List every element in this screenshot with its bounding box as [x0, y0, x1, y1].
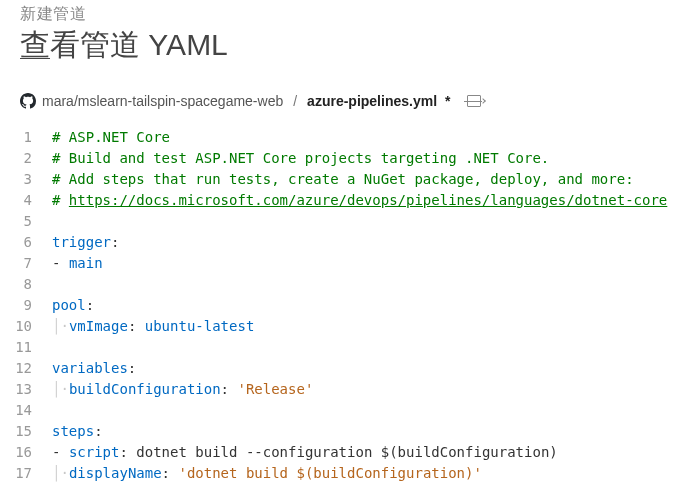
comment-text: #	[52, 192, 69, 208]
page-title-rest: 看管道 YAML	[50, 28, 228, 61]
code-line: 12variables:	[0, 358, 696, 379]
yaml-key: vmImage	[69, 318, 128, 334]
code-line: 3# Add steps that run tests, create a Nu…	[0, 169, 696, 190]
line-number: 3	[0, 169, 48, 190]
page-title: 查看管道 YAML	[20, 25, 676, 66]
line-number: 8	[0, 274, 48, 295]
code-line: 11	[0, 337, 696, 358]
code-editor[interactable]: 1# ASP.NET Core 2# Build and test ASP.NE…	[0, 127, 696, 484]
breadcrumb-separator: /	[289, 93, 301, 109]
code-line: 13│·buildConfiguration: 'Release'	[0, 379, 696, 400]
yaml-key: pool	[52, 297, 86, 313]
code-line: 2# Build and test ASP.NET Core projects …	[0, 148, 696, 169]
line-number: 12	[0, 358, 48, 379]
page-header: 查看管道 YAML	[0, 25, 696, 77]
code-line: 9pool:	[0, 295, 696, 316]
code-line: 8	[0, 274, 696, 295]
line-number: 5	[0, 211, 48, 232]
code-line: 6trigger:	[0, 232, 696, 253]
line-number: 2	[0, 148, 48, 169]
breadcrumb-repo[interactable]: mara/mslearn-tailspin-spacegame-web	[42, 93, 283, 109]
breadcrumb: mara/mslearn-tailspin-spacegame-web / az…	[0, 77, 696, 127]
yaml-value: main	[69, 255, 103, 271]
comment-text: # Add steps that run tests, create a NuG…	[52, 171, 634, 187]
yaml-key: buildConfiguration	[69, 381, 221, 397]
comment-text: # Build and test ASP.NET Core projects t…	[52, 150, 549, 166]
context-label: 新建管道	[0, 0, 696, 25]
code-line: 17│·displayName: 'dotnet build $(buildCo…	[0, 463, 696, 484]
code-line: 4# https://docs.microsoft.com/azure/devo…	[0, 190, 696, 211]
yaml-key: script	[69, 444, 120, 460]
yaml-key: trigger	[52, 234, 111, 250]
code-line: 14	[0, 400, 696, 421]
line-number: 6	[0, 232, 48, 253]
yaml-key: displayName	[69, 465, 162, 481]
yaml-key: variables	[52, 360, 128, 376]
line-number: 14	[0, 400, 48, 421]
code-line: 15steps:	[0, 421, 696, 442]
github-icon	[20, 93, 36, 109]
line-number: 1	[0, 127, 48, 148]
code-line: 16- script: dotnet build --configuration…	[0, 442, 696, 463]
line-number: 17	[0, 463, 48, 484]
line-number: 10	[0, 316, 48, 337]
code-line: 5	[0, 211, 696, 232]
line-number: 16	[0, 442, 48, 463]
yaml-string: 'dotnet build $(buildConfiguration)'	[178, 465, 481, 481]
code-line: 1# ASP.NET Core	[0, 127, 696, 148]
line-number: 15	[0, 421, 48, 442]
comment-text: # ASP.NET Core	[52, 129, 170, 145]
expand-icon[interactable]	[467, 95, 481, 107]
code-line: 10│·vmImage: ubuntu-latest	[0, 316, 696, 337]
yaml-value: ubuntu-latest	[145, 318, 255, 334]
page-title-first-char: 查	[20, 28, 50, 61]
dirty-indicator: *	[443, 93, 450, 109]
yaml-value: dotnet build --configuration $(buildConf…	[136, 444, 557, 460]
line-number: 11	[0, 337, 48, 358]
line-number: 13	[0, 379, 48, 400]
line-number: 7	[0, 253, 48, 274]
comment-link[interactable]: https://docs.microsoft.com/azure/devops/…	[69, 192, 667, 208]
yaml-string: 'Release'	[237, 381, 313, 397]
line-number: 9	[0, 295, 48, 316]
yaml-key: steps	[52, 423, 94, 439]
line-number: 4	[0, 190, 48, 211]
code-line: 7- main	[0, 253, 696, 274]
breadcrumb-file[interactable]: azure-pipelines.yml	[307, 93, 437, 109]
